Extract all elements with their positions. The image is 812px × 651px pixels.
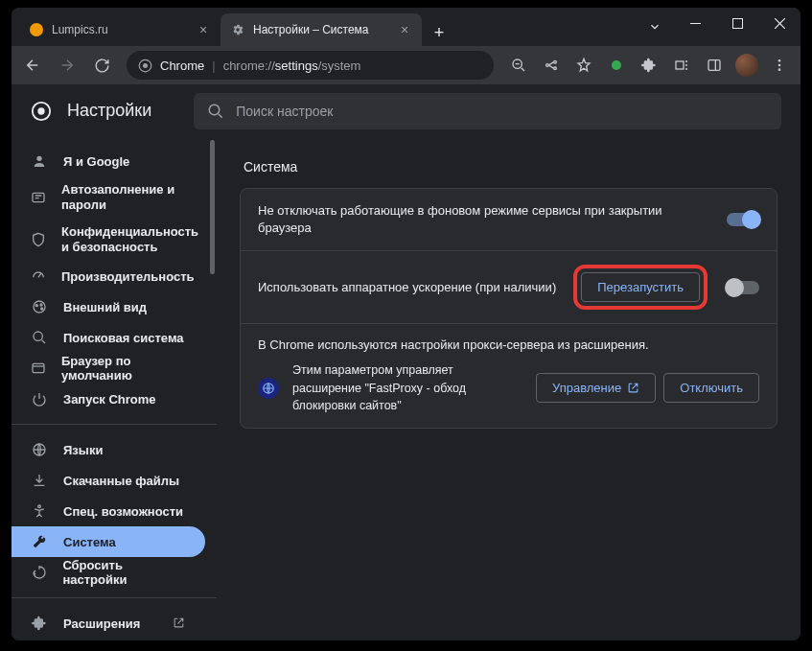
sidebar-item-reset[interactable]: Сбросить настройки	[12, 557, 205, 588]
media-icon[interactable]	[666, 50, 697, 81]
tab-settings[interactable]: Настройки – Система ×	[220, 13, 422, 46]
sidebar-item-default-browser[interactable]: Браузер по умолчанию	[12, 353, 205, 384]
bookmark-icon[interactable]	[568, 50, 599, 81]
sidebar-item-privacy[interactable]: Конфиденциальность и безопасность	[12, 219, 205, 261]
tab-lumpics[interactable]: Lumpics.ru ×	[19, 13, 220, 46]
maximize-button[interactable]	[716, 8, 758, 38]
profile-avatar[interactable]	[731, 50, 762, 81]
sidebar-item-accessibility[interactable]: Спец. возможности	[12, 496, 205, 526]
separator	[12, 424, 217, 425]
disable-button[interactable]: Отключить	[663, 373, 759, 403]
scrollbar-thumb[interactable]	[210, 140, 215, 274]
autofill-icon	[31, 190, 46, 205]
search-input[interactable]: Поиск настроек	[194, 93, 781, 129]
shield-icon	[31, 232, 46, 247]
zoom-icon[interactable]	[503, 50, 534, 81]
setting-label: Не отключать работающие в фоновом режиме…	[258, 202, 715, 237]
sidebar-item-search[interactable]: Поисковая система	[12, 322, 205, 353]
chrome-logo-icon	[31, 101, 52, 122]
sidebar-item-system[interactable]: Система	[12, 526, 205, 557]
svg-rect-0	[690, 23, 701, 24]
search-placeholder: Поиск настроек	[236, 104, 333, 119]
favicon-lumpics-icon	[29, 22, 44, 37]
chrome-badge-icon	[138, 58, 152, 73]
search-icon	[207, 103, 224, 120]
sidebar-item-about[interactable]: О браузере Chrome	[12, 639, 205, 640]
tab-search-icon[interactable]	[636, 8, 674, 46]
person-icon	[31, 153, 48, 169]
svg-point-16	[36, 156, 41, 161]
extensions-icon[interactable]	[634, 50, 664, 81]
address-bar[interactable]: Chrome | chrome://settings/system	[127, 51, 494, 80]
sidebar-item-label: Расширения	[63, 616, 140, 631]
sidebar-item-label: Языки	[63, 443, 103, 457]
palette-icon	[31, 299, 48, 314]
sidebar-item-autofill[interactable]: Автозаполнение и пароли	[12, 176, 205, 219]
sidebar-item-label: Поисковая система	[63, 331, 184, 345]
section-title: Система	[244, 159, 777, 174]
sidebar-item-extensions[interactable]: Расширения	[12, 608, 205, 639]
accessibility-icon	[31, 503, 48, 519]
svg-point-6	[554, 60, 557, 63]
external-link-icon	[627, 382, 639, 394]
close-window-button[interactable]	[758, 8, 800, 38]
reload-button[interactable]	[86, 50, 117, 81]
main-content: Система Не отключать работающие в фоново…	[217, 138, 800, 640]
extension-icon	[31, 616, 48, 631]
forward-button[interactable]	[52, 50, 82, 81]
toggle-hardware-accel[interactable]	[727, 281, 759, 294]
titlebar: Lumpics.ru × Настройки – Система × +	[12, 8, 800, 46]
setting-label: Использовать аппаратное ускорение (при н…	[258, 279, 562, 296]
svg-point-18	[34, 301, 45, 313]
svg-point-14	[37, 107, 44, 114]
close-icon[interactable]: ×	[397, 22, 412, 37]
toggle-background[interactable]	[727, 213, 759, 226]
settings-header: Настройки Поиск настроек	[12, 84, 800, 138]
wrench-icon	[31, 534, 48, 549]
svg-point-11	[778, 64, 781, 67]
svg-rect-8	[676, 61, 684, 69]
share-icon[interactable]	[536, 50, 567, 81]
sidebar-item-languages[interactable]: Языки	[12, 434, 205, 465]
sidebar-item-label: Внешний вид	[63, 300, 147, 314]
tab-title: Lumpics.ru	[52, 23, 188, 36]
download-icon	[31, 473, 48, 488]
tab-title: Настройки – Система	[253, 23, 389, 36]
settings-card: Не отключать работающие в фоновом режиме…	[240, 188, 777, 429]
minimize-button[interactable]	[674, 8, 716, 38]
side-panel-icon[interactable]	[699, 50, 730, 81]
toolbar: Chrome | chrome://settings/system	[12, 46, 800, 84]
power-icon	[31, 391, 48, 407]
manage-button[interactable]: Управление	[536, 373, 656, 403]
sidebar-item-label: Скачанные файлы	[63, 474, 179, 488]
sidebar-item-downloads[interactable]: Скачанные файлы	[12, 465, 205, 496]
annotation-highlight: Перезапустить	[573, 265, 708, 310]
search-icon	[31, 330, 48, 345]
sidebar: Я и GoogleАвтозаполнение и паролиКонфиде…	[12, 138, 217, 640]
sidebar-item-appearance[interactable]: Внешний вид	[12, 291, 205, 322]
origin-label: Chrome	[160, 58, 204, 73]
svg-point-20	[40, 304, 42, 306]
back-button[interactable]	[17, 50, 48, 81]
sidebar-item-label: Я и Google	[63, 154, 129, 169]
menu-icon[interactable]	[764, 50, 795, 81]
svg-point-12	[778, 68, 781, 71]
restart-button[interactable]: Перезапустить	[581, 272, 700, 302]
sidebar-item-label: Сбросить настройки	[62, 558, 186, 587]
close-icon[interactable]: ×	[196, 22, 211, 37]
sidebar-item-you-google[interactable]: Я и Google	[12, 146, 205, 176]
gear-icon	[230, 22, 245, 37]
sidebar-item-startup[interactable]: Запуск Chrome	[12, 384, 205, 414]
sidebar-item-label: Автозаполнение и пароли	[61, 182, 186, 212]
setting-row-background: Не отключать работающие в фоновом режиме…	[241, 189, 777, 251]
svg-rect-23	[33, 363, 44, 372]
svg-rect-1	[732, 18, 742, 28]
svg-point-15	[210, 105, 220, 115]
sidebar-item-performance[interactable]: Производительность	[12, 261, 205, 291]
sidebar-item-label: Запуск Chrome	[63, 392, 156, 407]
extension-status-icon[interactable]	[601, 50, 632, 81]
new-tab-button[interactable]: +	[426, 19, 452, 46]
speed-icon	[31, 268, 46, 284]
svg-point-10	[778, 59, 781, 62]
svg-point-7	[554, 67, 557, 70]
